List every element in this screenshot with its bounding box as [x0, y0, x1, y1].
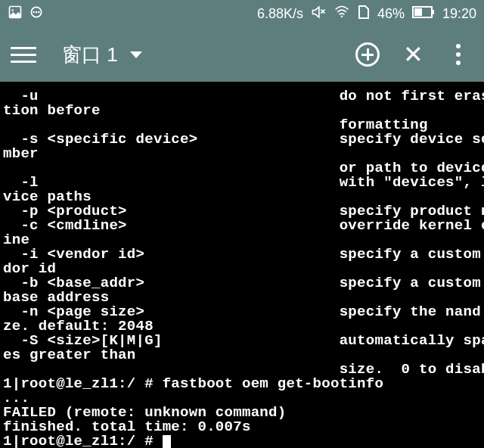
svg-point-4	[33, 11, 35, 13]
tab-title: 窗口 1	[62, 42, 118, 68]
terminal-output[interactable]: -u do not first erase parti tion before …	[0, 82, 484, 448]
network-speed: 6.88K/s	[257, 6, 303, 22]
close-icon: ✕	[403, 42, 424, 67]
app-bar: 窗口 1 ✕	[0, 27, 484, 82]
chevron-down-icon	[130, 51, 142, 58]
more-vertical-icon	[456, 44, 461, 65]
battery-icon	[412, 6, 435, 22]
menu-button[interactable]	[11, 47, 36, 63]
svg-point-1	[11, 9, 14, 11]
plus-circle-icon	[355, 42, 380, 67]
cursor	[163, 435, 171, 448]
svg-point-3	[36, 11, 38, 13]
terminal-lines: -u do not first erase parti tion before …	[3, 89, 481, 434]
more-button[interactable]	[443, 39, 473, 70]
svg-point-8	[341, 15, 343, 17]
battery-percent: 46%	[377, 6, 405, 22]
mute-icon	[311, 5, 326, 23]
terminal-prompt: 1|root@le_zl1:/ #	[3, 433, 163, 448]
image-icon	[8, 5, 23, 23]
circle-icon	[29, 5, 44, 23]
add-tab-button[interactable]	[352, 39, 383, 70]
sim-icon	[358, 5, 370, 23]
close-button[interactable]: ✕	[398, 39, 428, 70]
status-bar: 6.88K/s 46% 19:20	[0, 0, 484, 27]
svg-rect-10	[414, 8, 422, 16]
clock-time: 19:20	[442, 6, 476, 22]
tab-selector[interactable]: 窗口 1	[62, 42, 142, 68]
wifi-icon	[334, 5, 350, 23]
svg-rect-11	[433, 10, 434, 14]
svg-point-5	[38, 11, 40, 13]
